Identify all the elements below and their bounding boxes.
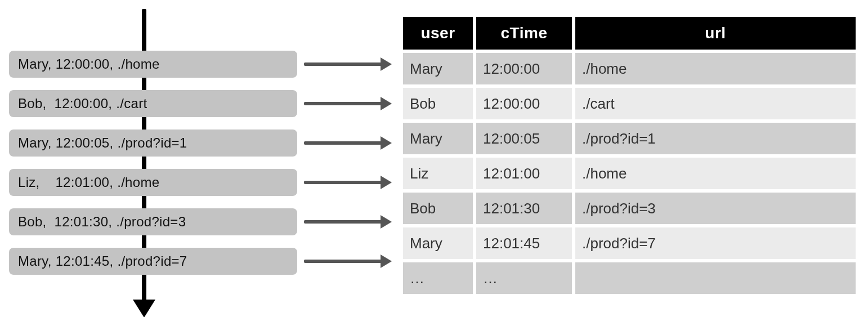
table-header-row: user cTime url	[403, 17, 856, 50]
cell-user: Mary	[403, 227, 473, 259]
log-item: Mary, 12:00:05, ./prod?id=1	[9, 130, 297, 157]
cell-ctime: 12:01:00	[476, 158, 572, 189]
cell-user: Mary	[403, 123, 473, 154]
cell-url: ./prod?id=3	[575, 193, 856, 224]
log-item: Bob, 12:00:00, ./cart	[9, 90, 297, 117]
cell-user: Liz	[403, 158, 473, 189]
table-row: Mary 12:00:05 ./prod?id=1	[403, 123, 856, 154]
cell-ctime: 12:01:30	[476, 193, 572, 224]
log-item: Mary, 12:01:45, ./prod?id=7	[9, 248, 297, 275]
cell-ctime: 12:00:00	[476, 88, 572, 119]
table-row: Bob 12:01:30 ./prod?id=3	[403, 193, 856, 224]
table-row: … …	[403, 262, 856, 294]
diagram-canvas: Mary, 12:00:00, ./home Bob, 12:00:00, ./…	[0, 0, 868, 317]
cell-ctime: 12:00:05	[476, 123, 572, 154]
cell-url: ./cart	[575, 88, 856, 119]
table-row: Mary 12:01:45 ./prod?id=7	[403, 227, 856, 259]
cell-url: ./home	[575, 158, 856, 189]
cell-url: ./home	[575, 53, 856, 84]
cell-ctime: …	[476, 262, 572, 294]
log-item: Bob, 12:01:30, ./prod?id=3	[9, 208, 297, 235]
events-table: user cTime url Mary 12:00:00 ./home Bob …	[400, 14, 859, 297]
cell-user: Mary	[403, 53, 473, 84]
cell-url: ./prod?id=7	[575, 227, 856, 259]
log-event-list: Mary, 12:00:00, ./home Bob, 12:00:00, ./…	[9, 51, 297, 275]
col-header-ctime: cTime	[476, 17, 572, 50]
log-item: Liz, 12:01:00, ./home	[9, 169, 297, 196]
table-row: Mary 12:00:00 ./home	[403, 53, 856, 84]
cell-user: Bob	[403, 193, 473, 224]
table-row: Bob 12:00:00 ./cart	[403, 88, 856, 119]
cell-user: …	[403, 262, 473, 294]
cell-url: ./prod?id=1	[575, 123, 856, 154]
cell-ctime: 12:01:45	[476, 227, 572, 259]
log-item: Mary, 12:00:00, ./home	[9, 51, 297, 78]
col-header-url: url	[575, 17, 856, 50]
cell-url	[575, 262, 856, 294]
table-row: Liz 12:01:00 ./home	[403, 158, 856, 189]
col-header-user: user	[403, 17, 473, 50]
cell-user: Bob	[403, 88, 473, 119]
cell-ctime: 12:00:00	[476, 53, 572, 84]
